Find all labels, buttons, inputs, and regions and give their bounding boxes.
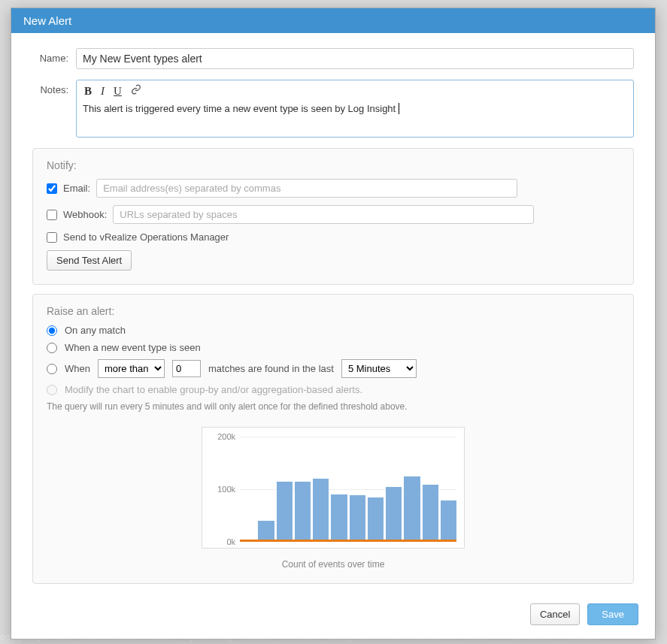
raise-title: Raise an alert: (47, 305, 620, 317)
chart-bar (258, 521, 274, 542)
save-button[interactable]: Save (587, 603, 638, 625)
ytick-100k: 100k (217, 485, 240, 494)
email-input[interactable] (96, 179, 517, 198)
name-row: Name: (32, 48, 634, 69)
chart-baseline (240, 540, 456, 542)
notify-title: Notify: (47, 159, 620, 171)
raise-when-mid: matches are found in the last (208, 363, 334, 374)
vrops-checkbox[interactable] (47, 232, 57, 243)
raise-any-radio[interactable] (47, 325, 57, 336)
modal-title: New Alert (11, 8, 655, 33)
raise-new-row: When a new event type is seen (47, 342, 620, 353)
email-label: Email: (63, 183, 90, 194)
link-icon[interactable] (131, 84, 141, 98)
window-select[interactable]: 5 Minutes (341, 359, 417, 378)
notes-label: Notes: (32, 80, 76, 95)
chart-title: Count of events over time (47, 559, 620, 570)
vrops-row: Send to vRealize Operations Manager (47, 231, 620, 243)
send-test-button[interactable]: Send Test Alert (47, 250, 132, 271)
chart-bar (386, 487, 402, 543)
vrops-label: Send to vRealize Operations Manager (63, 231, 229, 243)
email-checkbox[interactable] (47, 183, 57, 194)
raise-when-row: When more than matches are found in the … (47, 359, 620, 378)
chart-bar (331, 494, 347, 542)
modal-body: Name: Notes: B I U Thi (11, 33, 655, 591)
email-row: Email: (47, 179, 620, 198)
notes-editor[interactable]: B I U This alert is triggered every time… (76, 80, 634, 138)
raise-groupby-label: Modify the chart to enable group-by and/… (65, 384, 362, 395)
ytick-0k: 0k (226, 537, 240, 546)
raise-groupby-radio (47, 385, 57, 395)
raise-any-label: On any match (65, 325, 126, 336)
raise-section: Raise an alert: On any match When a new … (32, 294, 634, 584)
chart-bars (240, 437, 456, 542)
chart-bar (313, 479, 329, 542)
new-alert-modal: New Alert Name: Notes: B I U (11, 8, 656, 639)
italic-icon[interactable]: I (101, 85, 105, 98)
raise-when-prefix: When (65, 363, 90, 374)
chart-bar (404, 476, 420, 543)
chart-bar (441, 500, 456, 542)
cancel-button[interactable]: Cancel (530, 603, 580, 625)
raise-new-label: When a new event type is seen (65, 342, 201, 353)
name-label: Name: (32, 48, 76, 64)
count-input[interactable] (172, 360, 201, 377)
ytick-200k: 200k (217, 432, 240, 441)
notify-section: Notify: Email: Webhook: Send to vRealize… (32, 148, 634, 285)
notes-textarea[interactable]: This alert is triggered every time a new… (77, 101, 633, 137)
chart-bar (277, 482, 293, 543)
raise-any-row: On any match (47, 325, 620, 336)
notes-toolbar: B I U (77, 80, 633, 101)
webhook-input[interactable] (113, 205, 534, 224)
raise-hint: The query will run every 5 minutes and w… (47, 401, 620, 412)
raise-groupby-row: Modify the chart to enable group-by and/… (47, 384, 620, 395)
raise-new-radio[interactable] (47, 343, 57, 353)
raise-when-radio[interactable] (47, 364, 57, 374)
webhook-checkbox[interactable] (47, 210, 57, 220)
modal-footer: Cancel Save (11, 591, 655, 639)
chart-bar (350, 495, 365, 542)
underline-icon[interactable]: U (114, 85, 122, 98)
chart-bar (368, 497, 384, 543)
chart-plot: 200k 100k 0k (240, 437, 456, 542)
chart-bar (295, 482, 311, 543)
webhook-row: Webhook: (47, 205, 620, 224)
bold-icon[interactable]: B (84, 85, 92, 98)
notes-text: This alert is triggered every time a new… (83, 103, 396, 114)
webhook-label: Webhook: (63, 209, 107, 220)
chart-container: 200k 100k 0k (202, 427, 465, 549)
compare-select[interactable]: more than (98, 359, 165, 378)
name-input[interactable] (76, 48, 634, 69)
chart-bar (423, 485, 438, 542)
notes-row: Notes: B I U This alert is triggered eve… (32, 80, 634, 138)
